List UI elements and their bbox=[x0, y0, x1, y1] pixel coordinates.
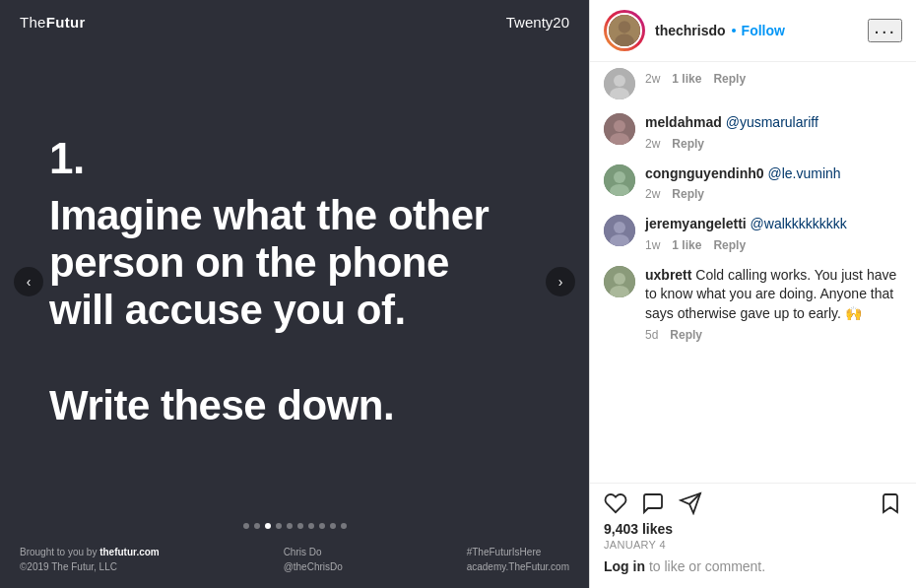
reply-button[interactable]: Reply bbox=[713, 72, 746, 86]
image-footer: Brought to you by thefutur.com ©2019 The… bbox=[0, 535, 589, 588]
comment-meta: 2w Reply bbox=[645, 137, 902, 151]
comment-time: 1w bbox=[645, 238, 660, 252]
svg-point-7 bbox=[614, 120, 625, 132]
comment-avatar bbox=[604, 164, 635, 196]
post-date: January 4 bbox=[604, 539, 902, 551]
commenter-name[interactable]: jeremyangeletti bbox=[645, 216, 747, 231]
comment-button[interactable] bbox=[641, 491, 665, 515]
login-link[interactable]: Log in bbox=[604, 558, 645, 574]
dot-5[interactable] bbox=[287, 523, 293, 529]
likes-count: 9,403 likes bbox=[604, 521, 902, 537]
header-info: thechrisdo Follow bbox=[655, 23, 868, 38]
comment-time: 2w bbox=[645, 137, 660, 151]
commenter-avatar-img bbox=[604, 215, 635, 246]
share-icon bbox=[679, 491, 702, 515]
comment-mention[interactable]: @le.vuminh bbox=[767, 165, 840, 181]
dot-9[interactable] bbox=[330, 523, 336, 529]
comment-body: 2w 1 like Reply bbox=[645, 68, 902, 99]
comment-text: congnguyendinh0 @le.vuminh bbox=[645, 164, 902, 184]
comment-item: jeremyangeletti @walkkkkkkkkk 1w 1 like … bbox=[604, 215, 902, 252]
image-top-bar: TheFutur Twenty20 bbox=[0, 0, 589, 40]
slide-content: ‹ 1. Imagine what the other person on th… bbox=[0, 40, 589, 523]
reply-button[interactable]: Reply bbox=[672, 137, 704, 151]
comment-meta: 5d Reply bbox=[645, 328, 902, 342]
svg-point-1 bbox=[619, 21, 630, 33]
commenter-avatar-img bbox=[604, 266, 635, 297]
footer-col-1: Brought to you by thefutur.com ©2019 The… bbox=[20, 545, 160, 574]
comment-item: meldahmad @yusmarulariff 2w Reply bbox=[604, 113, 902, 151]
comment-likes: 1 like bbox=[672, 238, 701, 252]
dot-4[interactable] bbox=[276, 523, 282, 529]
login-prompt: Log in to like or comment. bbox=[604, 558, 902, 584]
comments-panel: thechrisdo Follow ··· 2w 1 l bbox=[589, 0, 916, 588]
comment-body: congnguyendinh0 @le.vuminh 2w Reply bbox=[645, 164, 902, 202]
comment-likes: 1 like bbox=[672, 72, 701, 86]
brand-logo: TheFutur bbox=[20, 14, 86, 31]
svg-point-16 bbox=[614, 273, 625, 285]
comment-item: congnguyendinh0 @le.vuminh 2w Reply bbox=[604, 164, 902, 202]
comment-avatar bbox=[604, 68, 635, 99]
actions-bar: 9,403 likes January 4 Log in to like or … bbox=[590, 483, 916, 588]
like-button[interactable] bbox=[604, 491, 627, 515]
commenter-name[interactable]: congnguyendinh0 bbox=[645, 165, 764, 181]
svg-point-2 bbox=[615, 34, 634, 48]
commenter-avatar-img bbox=[604, 68, 635, 99]
comment-time: 2w bbox=[645, 187, 660, 201]
slide-dots bbox=[0, 523, 589, 535]
dot-6[interactable] bbox=[297, 523, 303, 529]
comment-time: 5d bbox=[645, 328, 658, 342]
comment-body: uxbrett Cold calling works. You just hav… bbox=[645, 266, 902, 342]
next-arrow[interactable]: › bbox=[546, 267, 575, 296]
dot-1[interactable] bbox=[243, 523, 249, 529]
comment-mention[interactable]: @walkkkkkkkkk bbox=[751, 216, 847, 231]
avatar-image bbox=[609, 15, 640, 46]
comment-body: jeremyangeletti @walkkkkkkkkk 1w 1 like … bbox=[645, 215, 902, 252]
reply-button[interactable]: Reply bbox=[672, 187, 704, 201]
post-image-panel: TheFutur Twenty20 ‹ 1. Imagine what the … bbox=[0, 0, 589, 588]
comment-avatar bbox=[604, 113, 635, 145]
footer-col-2: Chris Do @theChrisDo bbox=[284, 545, 343, 574]
bookmark-icon bbox=[879, 491, 902, 515]
share-button[interactable] bbox=[679, 491, 702, 515]
svg-point-13 bbox=[614, 222, 625, 233]
dot-3[interactable] bbox=[265, 523, 271, 529]
comment-meta: 2w 1 like Reply bbox=[645, 72, 902, 86]
dot-separator bbox=[732, 29, 736, 33]
story-ring bbox=[604, 10, 645, 51]
post-header: thechrisdo Follow ··· bbox=[590, 0, 916, 62]
comment-text: meldahmad @yusmarulariff bbox=[645, 113, 902, 133]
comment-avatar bbox=[604, 215, 635, 246]
more-options-button[interactable]: ··· bbox=[868, 19, 902, 42]
post-username[interactable]: thechrisdo bbox=[655, 23, 726, 38]
dot-10[interactable] bbox=[341, 523, 347, 529]
follow-button[interactable]: Follow bbox=[742, 23, 785, 38]
footer-col-3: #TheFuturIsHere academy.TheFutur.com bbox=[467, 545, 569, 574]
comment-text: uxbrett Cold calling works. You just hav… bbox=[645, 266, 902, 324]
comment-item: 2w 1 like Reply bbox=[604, 68, 902, 99]
commenter-avatar-img bbox=[604, 164, 635, 196]
commenter-name[interactable]: uxbrett bbox=[645, 267, 691, 283]
comment-avatar bbox=[604, 266, 635, 297]
comment-meta: 1w 1 like Reply bbox=[645, 238, 902, 252]
reply-button[interactable]: Reply bbox=[670, 328, 702, 342]
action-icons bbox=[604, 491, 902, 515]
commenter-name[interactable]: meldahmad bbox=[645, 114, 722, 130]
comment-text: jeremyangeletti @walkkkkkkkkk bbox=[645, 215, 902, 234]
comment-mention[interactable]: @yusmarulariff bbox=[726, 114, 818, 130]
avatar bbox=[607, 13, 642, 48]
comment-body: meldahmad @yusmarulariff 2w Reply bbox=[645, 113, 902, 151]
dot-2[interactable] bbox=[254, 523, 260, 529]
avatar-container[interactable] bbox=[604, 10, 645, 51]
comment-meta: 2w Reply bbox=[645, 187, 902, 201]
save-button[interactable] bbox=[879, 491, 902, 515]
footer-link[interactable]: thefutur.com bbox=[99, 547, 160, 557]
partner-logo: Twenty20 bbox=[506, 14, 569, 31]
svg-point-4 bbox=[614, 75, 625, 87]
dot-7[interactable] bbox=[308, 523, 314, 529]
dot-8[interactable] bbox=[319, 523, 325, 529]
reply-button[interactable]: Reply bbox=[713, 238, 746, 252]
slide-text: 1. Imagine what the other person on the … bbox=[49, 134, 489, 429]
prev-arrow[interactable]: ‹ bbox=[14, 267, 43, 296]
comment-time: 2w bbox=[645, 72, 660, 86]
comment-icon bbox=[641, 491, 665, 515]
